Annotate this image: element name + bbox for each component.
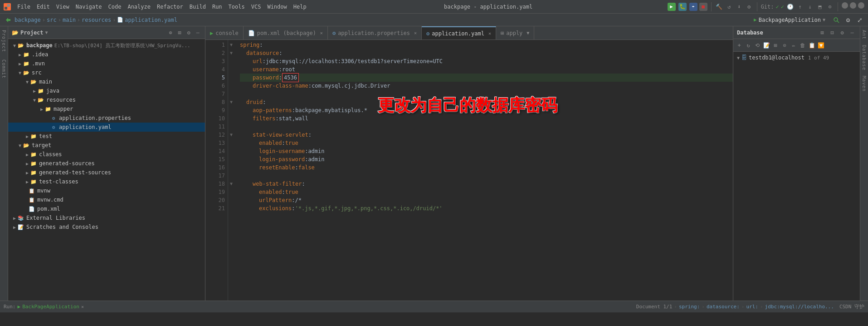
git-share-icon[interactable]: ⬒	[816, 3, 824, 11]
breadcrumb-src[interactable]: src	[47, 17, 57, 23]
maven-strip-label[interactable]: Maven	[862, 74, 867, 94]
tree-item-resources[interactable]: ▼ 📂 resources	[8, 95, 205, 104]
settings-icon[interactable]: ⚙	[745, 3, 753, 11]
fullscreen-icon[interactable]: ⤢	[855, 15, 864, 25]
panel-settings-icon[interactable]: ⚙	[185, 29, 192, 36]
nav-back-icon[interactable]	[4, 15, 13, 25]
menu-window[interactable]: Window	[264, 3, 289, 11]
tree-item-java[interactable]: ▶ 📁 java	[8, 86, 205, 95]
download-icon[interactable]: ⬇	[735, 3, 743, 11]
git-ok-icon[interactable]: ✓	[776, 4, 779, 10]
tree-item-gen-test[interactable]: ▶ 📁 generated-test-sources	[8, 168, 205, 177]
breadcrumb-resources[interactable]: resources	[82, 17, 111, 23]
menu-file[interactable]: File	[15, 3, 33, 11]
fold-18[interactable]: ▼	[228, 180, 234, 188]
dropdown-icon[interactable]: ▼	[45, 30, 48, 35]
status-urlval[interactable]: jdbc:mysql://localho...	[765, 304, 834, 310]
expand-all-icon[interactable]: ⊞	[176, 29, 183, 36]
project-strip-label[interactable]: Project	[1, 30, 6, 52]
menu-vcs[interactable]: VCS	[249, 3, 264, 11]
tab-close-pom[interactable]: ✕	[320, 30, 323, 35]
db-edit-icon[interactable]: ✏	[790, 41, 798, 49]
menu-run[interactable]: Run	[210, 3, 225, 11]
tree-item-gen-sources[interactable]: ▶ 📁 generated-sources	[8, 159, 205, 168]
db-connection-item[interactable]: ▼ 🗄 testdb1@localhost 1 of 49	[735, 54, 858, 62]
db-props-icon[interactable]: 📋	[808, 41, 816, 49]
db-table-icon[interactable]: ⊞	[771, 41, 780, 49]
tree-item-mvn[interactable]: ▶ 📁 .mvn	[8, 59, 205, 68]
commit-strip-label[interactable]: Commit	[1, 59, 6, 79]
run-button[interactable]: ▶	[668, 3, 676, 11]
menu-tools[interactable]: Tools	[226, 3, 248, 11]
db-settings-icon[interactable]: ⚙	[838, 29, 846, 37]
db-delete-icon[interactable]: 🗑	[799, 41, 807, 49]
tab-app-prop[interactable]: ⚙ application.properties ✕	[328, 26, 422, 40]
build-icon[interactable]: 🔨	[715, 3, 723, 11]
run-app-label[interactable]: BackPageApplication	[22, 304, 79, 310]
db-close-icon[interactable]: —	[848, 29, 856, 37]
ant-strip-label[interactable]: Ant	[862, 28, 867, 41]
tree-item-target[interactable]: ▼ 📂 target	[8, 141, 205, 150]
tree-item-scratches[interactable]: ▶ 📝 Scratches and Consoles	[8, 222, 205, 232]
tree-item-mvnw-cmd[interactable]: ▶ 📋 mvnw.cmd	[8, 195, 205, 204]
coverage-button[interactable]: ☂	[689, 3, 697, 11]
tree-item-mapper[interactable]: ▶ 📁 mapper	[8, 104, 205, 114]
tab-close-yaml[interactable]: ✕	[488, 31, 491, 36]
panel-close-icon[interactable]: —	[194, 29, 201, 36]
run-config-dropdown[interactable]: ▶ BackpageApplication ▼	[750, 16, 829, 24]
settings-gear-icon[interactable]: ⚙	[844, 15, 853, 25]
db-query-icon[interactable]: 📝	[762, 41, 770, 49]
tab-app-yaml[interactable]: ⚙ application.yaml ✕	[422, 26, 496, 40]
breadcrumb-yaml[interactable]: application.yaml	[125, 17, 177, 23]
git-ok2-icon[interactable]: ✓	[781, 4, 784, 10]
fold-12[interactable]: ▼	[228, 131, 234, 139]
git-history-icon[interactable]: ⊙	[826, 3, 834, 11]
stop-button[interactable]: ■	[699, 3, 707, 11]
db-split-icon[interactable]: ⊟	[828, 29, 836, 37]
fold-2[interactable]: ▼	[228, 49, 234, 57]
git-arrow-up-icon[interactable]: ↑	[796, 3, 804, 11]
tab-pom[interactable]: 📄 pom.xml (backpage) ✕	[244, 26, 328, 40]
tree-item-classes[interactable]: ▶ 📁 classes	[8, 150, 205, 159]
db-expand-icon[interactable]: ⊞	[818, 29, 826, 37]
breadcrumb-main[interactable]: main	[63, 17, 76, 23]
menu-analyze[interactable]: Analyze	[125, 3, 153, 11]
tree-item-idea[interactable]: ▶ 📁 .idea	[8, 50, 205, 59]
debug-button[interactable]: 🐛	[678, 3, 687, 11]
fold-1[interactable]: ▼	[228, 41, 234, 49]
git-arrow-down-icon[interactable]: ↓	[806, 3, 814, 11]
tree-item-mvnw[interactable]: ▶ 📋 mvnw	[8, 186, 205, 195]
locate-icon[interactable]: ⊕	[167, 29, 174, 36]
fold-8[interactable]: ▼	[228, 98, 234, 106]
window-maximize[interactable]: ❐	[850, 2, 856, 9]
window-close[interactable]: ✕	[858, 2, 864, 9]
window-minimize[interactable]: ─	[842, 2, 848, 9]
search-everywhere-icon[interactable]	[832, 15, 841, 25]
db-add-icon[interactable]: +	[735, 41, 743, 49]
db-schema-icon[interactable]: ⊙	[780, 41, 789, 49]
db-sync-icon[interactable]: ⟲	[753, 41, 761, 49]
tab-console[interactable]: ▶ console	[205, 26, 244, 40]
database-strip-label[interactable]: Database	[862, 43, 867, 72]
tree-item-src[interactable]: ▼ 📂 src	[8, 68, 205, 77]
tab-expand-icon[interactable]: ▼	[527, 30, 529, 35]
menu-help[interactable]: Help	[291, 3, 309, 11]
status-datasource[interactable]: datasource:	[707, 304, 740, 310]
tree-item-test[interactable]: ▶ 📁 test	[8, 132, 205, 141]
menu-edit[interactable]: Edit	[34, 3, 53, 11]
run-close-icon[interactable]: ✕	[81, 304, 84, 309]
tree-item-pom[interactable]: ▶ 📄 pom.xml	[8, 204, 205, 213]
menu-code[interactable]: Code	[106, 3, 124, 11]
menu-navigate[interactable]: Navigate	[73, 3, 105, 11]
status-spring[interactable]: spring:	[679, 304, 700, 310]
menu-build[interactable]: Build	[187, 3, 209, 11]
tree-root-backpage[interactable]: ▼ 📂 backpage E:\TB-shop\[024] 员工考勤管理系统\H…	[8, 41, 205, 50]
tree-item-app-prop[interactable]: ▶ ⚙ application.properties	[8, 114, 205, 123]
menu-view[interactable]: View	[54, 3, 72, 11]
db-refresh-icon[interactable]: ↻	[744, 41, 752, 49]
run-app-icon[interactable]: ▶	[18, 304, 21, 310]
menu-refactor[interactable]: Refactor	[154, 3, 186, 11]
tab-close-prop[interactable]: ✕	[414, 30, 417, 35]
tab-apply[interactable]: ⊞ apply ▼	[496, 26, 534, 40]
tree-item-external[interactable]: ▶ 📚 External Libraries	[8, 213, 205, 222]
